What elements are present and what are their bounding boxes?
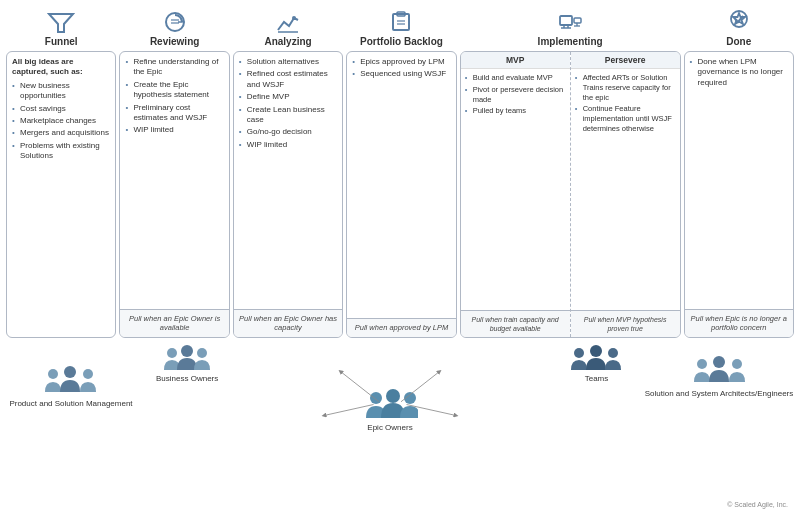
portfolio-backlog-bullets: Epics approved by LPM Sequenced using WS… [352,57,450,80]
column-reviewing: Reviewing Refine understanding of the Ep… [119,8,229,338]
analyzing-pull: Pull when an Epic Owner has capacity [234,309,342,338]
svg-point-23 [197,348,207,358]
list-item: WIP limited [239,140,337,150]
analyzing-content: Solution alternatives Refined cost estim… [234,52,342,309]
funnel-content: All big ideas are captured, such as: New… [7,52,115,337]
column-header-reviewing: Reviewing [119,8,229,51]
bottom-center: Business Owners Teams [136,344,644,432]
list-item: Refine understanding of the Epic [125,57,223,78]
list-item: New business opportunities [12,81,110,102]
implementing-icon [556,10,584,34]
done-icon [725,10,753,34]
column-header-funnel: Funnel [6,8,116,51]
list-item: Epics approved by LPM [352,57,450,67]
solution-system-label: Solution and System Architects/Engineers [645,389,794,398]
implementing-body: MVP Build and evaluate MVP Pivot or pers… [460,51,681,338]
list-item: Define MVP [239,92,337,102]
svg-marker-0 [49,14,73,32]
epic-owners-label: Epic Owners [367,423,412,432]
persevere-content: Affected ARTs or Solution Trains reserve… [571,69,680,310]
column-header-implementing: Implementing [460,8,681,51]
reviewing-body: Refine understanding of the Epic Create … [119,51,229,338]
analyzing-icon [274,10,302,34]
business-owners-icon [162,344,212,374]
done-body: Done when LPM governance is no longer re… [684,51,794,338]
list-item: WIP limited [125,125,223,135]
persevere-pull: Pull when MVP hypothesis proven true [571,310,680,337]
svg-point-35 [697,359,707,369]
list-item: Sequenced using WSJF [352,69,450,79]
list-item: Cost savings [12,104,110,114]
column-analyzing: Analyzing Solution alternatives Refined … [233,8,343,338]
svg-point-29 [404,392,416,404]
copyright: © Scaled Agile, Inc. [727,501,788,508]
svg-point-28 [386,389,400,403]
epic-owners-group: Epic Owners [363,388,418,432]
backlog-icon [387,10,415,34]
column-done: Done Done when LPM governance is no long… [684,8,794,338]
reviewing-bullets: Refine understanding of the Epic Create … [125,57,223,136]
teams-icon [569,344,624,374]
svg-point-37 [732,359,742,369]
list-item: Mergers and acquisitions [12,128,110,138]
svg-point-27 [370,392,382,404]
teams-label: Teams [585,374,609,383]
svg-point-21 [167,348,177,358]
funnel-icon [47,10,75,34]
list-item: Preliminary cost estimates and WSJF [125,103,223,124]
solution-system-persons: Solution and System Architects/Engineers [645,354,794,398]
analyzing-bullets: Solution alternatives Refined cost estim… [239,57,337,150]
persevere-subcol: Persevere Affected ARTs or Solution Trai… [571,52,680,337]
product-solution-persons: Product and Solution Management [9,364,132,408]
funnel-content-title: All big ideas are captured, such as: [12,57,110,78]
svg-point-24 [574,348,584,358]
svg-point-25 [590,345,602,357]
svg-rect-14 [574,18,581,23]
reviewing-label: Reviewing [150,36,199,47]
list-item: Refined cost estimates and WSJF [239,69,337,90]
business-owners-label: Business Owners [156,374,218,383]
solution-system-icon [692,354,747,389]
list-item: Done when LPM governance is no longer re… [690,57,788,88]
product-solution-group: Product and Solution Management [6,344,136,408]
column-implementing: Implementing MVP Build and evaluate MVP … [460,8,681,338]
svg-rect-10 [560,16,572,25]
list-item: Create Lean business case [239,105,337,126]
product-solution-label: Product and Solution Management [9,399,132,408]
main-container: Funnel All big ideas are captured, such … [0,0,800,514]
column-portfolio-backlog: Portfolio Backlog Epics approved by LPM … [346,8,456,338]
portfolio-backlog-label: Portfolio Backlog [360,36,443,47]
column-header-done: Done [684,8,794,51]
funnel-body: All big ideas are captured, such as: New… [6,51,116,338]
mvp-content: Build and evaluate MVP Pivot or persever… [461,69,570,310]
column-header-portfolio: Portfolio Backlog [346,8,456,51]
mvp-bullets: Build and evaluate MVP Pivot or persever… [465,73,566,116]
reviewing-icon [161,10,189,34]
persevere-bullets: Affected ARTs or Solution Trains reserve… [575,73,676,134]
analyzing-label: Analyzing [264,36,311,47]
done-bullets: Done when LPM governance is no longer re… [690,57,788,88]
funnel-label: Funnel [45,36,78,47]
list-item: Continue Feature implementation until WS… [575,104,676,133]
list-item: Go/no-go decision [239,127,337,137]
list-item: Pivot or persevere decision made [465,85,566,105]
done-content: Done when LPM governance is no longer re… [685,52,793,309]
implementing-label: Implementing [538,36,603,47]
bottom-section: Product and Solution Management Business… [6,344,794,510]
svg-point-18 [48,369,58,379]
svg-point-26 [608,348,618,358]
done-label: Done [726,36,751,47]
list-item: Solution alternatives [239,57,337,67]
epic-owners-icon [363,388,418,423]
list-item: Affected ARTs or Solution Trains reserve… [575,73,676,102]
business-owners-group: Business Owners [156,344,218,383]
svg-point-5 [292,16,296,20]
column-header-analyzing: Analyzing [233,8,343,51]
svg-point-22 [181,345,193,357]
portfolio-backlog-content: Epics approved by LPM Sequenced using WS… [347,52,455,318]
list-item: Marketplace changes [12,116,110,126]
svg-point-36 [713,356,725,368]
svg-point-20 [83,369,93,379]
list-item: Problems with existing Solutions [12,141,110,162]
mvp-pull: Pull when train capacity and budget avai… [461,310,570,337]
